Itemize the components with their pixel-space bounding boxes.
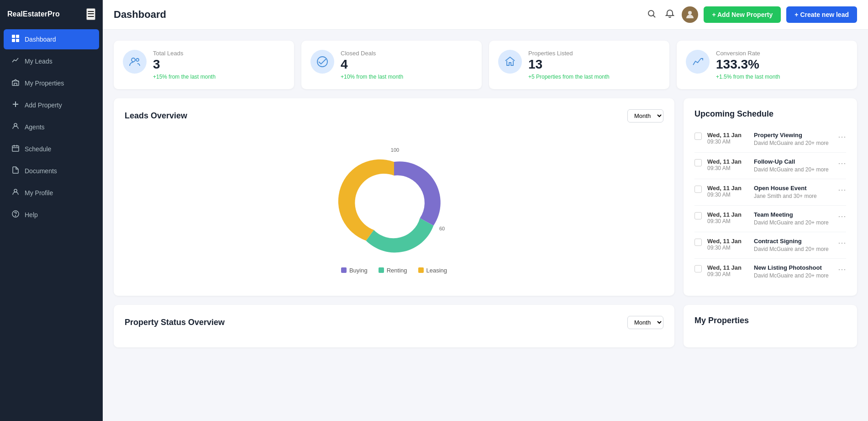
schedule-date-2: Wed, 11 Jan 09:30 AM xyxy=(707,185,748,198)
conversion-rate-icon-wrap xyxy=(686,50,710,74)
content-area: Total Leads 3 +15% from the last month C… xyxy=(103,30,868,421)
total-leads-change: +15% from the last month xyxy=(153,74,216,80)
chart-line-icon xyxy=(11,57,20,66)
buying-dot xyxy=(341,267,347,273)
bottom-grid: Property Status Overview Month Week Year… xyxy=(114,305,857,347)
agents-icon xyxy=(11,123,20,132)
create-new-lead-button[interactable]: + Create new lead xyxy=(786,6,857,23)
sidebar-item-label: Add Property xyxy=(25,101,62,109)
schedule-more-btn-3[interactable]: ⋯ xyxy=(838,211,846,221)
sidebar-item-dashboard[interactable]: Dashboard xyxy=(4,29,99,49)
donut-hole xyxy=(368,176,421,229)
stats-row: Total Leads 3 +15% from the last month C… xyxy=(114,41,857,89)
conversion-value: 133.3% xyxy=(716,58,780,72)
sidebar-item-label: Schedule xyxy=(25,145,51,153)
legend-leasing: Leasing xyxy=(418,267,447,274)
stat-info-closed-deals: Closed Deals 4 +10% from the last month xyxy=(341,50,403,80)
schedule-item: Wed, 11 Jan 09:30 AM Open House Event Ja… xyxy=(694,179,846,206)
schedule-date-0: Wed, 11 Jan 09:30 AM xyxy=(707,132,748,145)
svg-rect-1 xyxy=(16,35,19,38)
sidebar-item-agents[interactable]: Agents xyxy=(4,117,99,137)
schedule-more-btn-4[interactable]: ⋯ xyxy=(838,238,846,248)
svg-line-16 xyxy=(653,15,656,17)
schedule-checkbox-5[interactable] xyxy=(694,265,702,272)
leads-chart-area: 100 80 60 xyxy=(125,130,663,278)
schedule-title: Upcoming Schedule xyxy=(694,109,773,119)
schedule-more-btn-5[interactable]: ⋯ xyxy=(838,264,846,274)
conversion-change: +1.5% from the last month xyxy=(716,74,780,80)
schedule-checkbox-1[interactable] xyxy=(694,159,702,166)
svg-point-18 xyxy=(132,58,135,62)
buying-label: Buying xyxy=(349,267,368,274)
topbar-actions: + Add New Property + Create new lead xyxy=(645,6,857,23)
sidebar-item-help[interactable]: Help xyxy=(4,205,99,225)
svg-point-15 xyxy=(648,11,654,16)
my-properties-title: My Properties xyxy=(694,316,749,325)
schedule-desc-0: Property Viewing David McGuaire and 20+ … xyxy=(754,132,832,147)
closed-deals-label: Closed Deals xyxy=(341,50,403,57)
help-icon xyxy=(11,210,20,219)
schedule-item: Wed, 11 Jan 09:30 AM Team Meeting David … xyxy=(694,206,846,232)
closed-deals-value: 4 xyxy=(341,58,403,72)
schedule-header: Upcoming Schedule xyxy=(694,109,846,119)
total-leads-label: Total Leads xyxy=(153,50,216,57)
schedule-checkbox-2[interactable] xyxy=(694,186,702,193)
stat-card-closed-deals: Closed Deals 4 +10% from the last month xyxy=(301,41,482,89)
chart-label-60: 60 xyxy=(439,226,445,231)
property-status-title: Property Status Overview xyxy=(125,318,225,327)
sidebar-item-label: My Leads xyxy=(25,58,53,65)
chart-legend: Buying Renting Leasing xyxy=(341,267,447,274)
sidebar-item-my-profile[interactable]: My Profile xyxy=(4,183,99,203)
schedule-item: Wed, 11 Jan 09:30 AM Follow-Up Call Davi… xyxy=(694,153,846,179)
svg-rect-8 xyxy=(12,146,19,151)
property-status-header: Property Status Overview Month Week Year xyxy=(125,316,663,329)
dashboard-grid: Leads Overview Month Week Year 100 80 60 xyxy=(114,98,857,296)
stat-info-properties: Properties Listed 13 +5 Properties from … xyxy=(528,50,610,80)
upcoming-schedule-panel: Upcoming Schedule Wed, 11 Jan 09:30 AM P… xyxy=(684,98,857,296)
app-name: RealEstaterPro xyxy=(7,10,60,18)
search-button[interactable] xyxy=(645,7,658,22)
leads-overview-header: Leads Overview Month Week Year xyxy=(125,109,663,123)
add-new-property-button[interactable]: + Add New Property xyxy=(704,6,781,23)
properties-label: Properties Listed xyxy=(528,50,610,57)
schedule-item: Wed, 11 Jan 09:30 AM New Listing Photosh… xyxy=(694,259,846,285)
svg-point-14 xyxy=(16,216,16,216)
properties-change: +5 Properties from the last month xyxy=(528,74,610,80)
property-status-month-select[interactable]: Month Week Year xyxy=(627,316,663,329)
sidebar-item-add-property[interactable]: Add Property xyxy=(4,95,99,115)
leasing-label: Leasing xyxy=(426,267,447,274)
schedule-more-btn-0[interactable]: ⋯ xyxy=(838,132,846,142)
sidebar: RealEstaterPro ☰ Dashboard My Leads xyxy=(0,0,103,421)
stat-info-total-leads: Total Leads 3 +15% from the last month xyxy=(153,50,216,80)
my-properties-header: My Properties xyxy=(694,316,846,325)
property-status-panel: Property Status Overview Month Week Year xyxy=(114,305,674,347)
sidebar-item-documents[interactable]: Documents xyxy=(4,161,99,181)
leasing-dot xyxy=(418,267,424,273)
schedule-desc-1: Follow-Up Call David McGuaire and 20+ mo… xyxy=(754,158,832,173)
sidebar-item-label: Agents xyxy=(25,123,45,131)
schedule-more-btn-2[interactable]: ⋯ xyxy=(838,185,846,195)
schedule-desc-4: Contract Signing David McGuaire and 20+ … xyxy=(754,238,832,253)
sidebar-item-my-leads[interactable]: My Leads xyxy=(4,51,99,71)
topbar: Dashboard + Add Ne xyxy=(103,0,868,30)
leads-overview-month-select[interactable]: Month Week Year xyxy=(627,109,663,123)
avatar[interactable] xyxy=(682,6,698,23)
sidebar-item-label: My Properties xyxy=(25,80,64,87)
schedule-checkbox-0[interactable] xyxy=(694,133,702,140)
sidebar-item-my-properties[interactable]: My Properties xyxy=(4,73,99,93)
document-icon xyxy=(11,166,20,176)
schedule-checkbox-3[interactable] xyxy=(694,212,702,219)
notifications-button[interactable] xyxy=(663,7,676,22)
schedule-checkbox-4[interactable] xyxy=(694,239,702,246)
sidebar-item-schedule[interactable]: Schedule xyxy=(4,139,99,159)
schedule-date-4: Wed, 11 Jan 09:30 AM xyxy=(707,238,748,251)
schedule-more-btn-1[interactable]: ⋯ xyxy=(838,158,846,168)
calendar-icon xyxy=(11,144,20,154)
legend-buying: Buying xyxy=(341,267,368,274)
stat-card-properties-listed: Properties Listed 13 +5 Properties from … xyxy=(489,41,669,89)
properties-value: 13 xyxy=(528,58,610,72)
renting-dot xyxy=(379,267,384,273)
create-lead-btn-label: + Create new lead xyxy=(794,11,849,18)
chart-label-100: 100 xyxy=(391,147,399,153)
menu-toggle-button[interactable]: ☰ xyxy=(86,8,95,20)
